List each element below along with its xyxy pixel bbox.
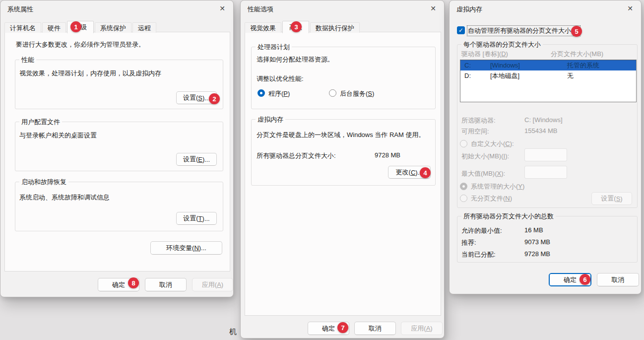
background-services-radio[interactable] <box>329 89 336 97</box>
initial-size-label: 初始大小(MB)(I): <box>461 152 509 161</box>
tab-visual-effects[interactable]: 视觉效果 <box>245 22 281 33</box>
processor-scheduling-group: 处理器计划 选择如何分配处理器资源。 调整以优化性能: 程序(P) 后台服务(S… <box>251 47 436 109</box>
recommended-label: 推荐: <box>461 238 476 247</box>
performance-description: 视觉效果，处理器计划，内存使用，以及虚拟内存 <box>19 69 161 78</box>
per-drive-group: 每个驱动器的分页文件大小 驱动器 [卷标](D) 分页文件大小(MB) C: [… <box>457 44 638 208</box>
currently-allocated-label: 当前已分配: <box>461 250 496 259</box>
selected-drive-label: 所选驱动器: <box>461 116 496 125</box>
custom-size-radio-label: 自定义大小(C): <box>471 139 514 148</box>
no-paging-file-radio-label: 无分页文件(N) <box>471 194 512 203</box>
drive-list: C: [Windows] 托管的系统 D: [本地磁盘] 无 <box>460 60 637 102</box>
startup-recovery-group-legend: 启动和故障恢复 <box>19 178 68 187</box>
admin-note: 要进行大多数更改，你必须作为管理员登录。 <box>16 40 145 49</box>
environment-variables-button[interactable]: 环境变量(N)... <box>150 241 222 255</box>
step-badge-1: 1 <box>70 21 81 32</box>
virtual-memory-group: 虚拟内存 分页文件是硬盘上的一块区域，Windows 当作 RAM 使用。 所有… <box>251 119 436 186</box>
apply-button: 应用(A) <box>401 322 443 335</box>
totals-group: 所有驱动器分页文件大小的总数 允许的最小值: 16 MB 推荐: 9073 MB… <box>457 216 638 263</box>
system-managed-radio <box>460 183 467 190</box>
drive-list-row-c[interactable]: C: [Windows] 托管的系统 <box>460 60 636 70</box>
tab-strip: 视觉效果 高级 数据执行保护 <box>245 21 360 33</box>
drive-letter: C: <box>464 60 471 70</box>
tab-remote[interactable]: 远程 <box>132 22 156 33</box>
no-paging-file-radio <box>460 195 467 202</box>
virtual-memory-dialog: 虚拟内存 ✕ ✓ 自动管理所有驱动器的分页文件大小(A) 5 每个驱动器的分页文… <box>449 0 642 294</box>
initial-size-input <box>524 148 567 161</box>
dialog-title: 性能选项 <box>248 5 273 14</box>
step-badge-8: 8 <box>128 277 139 288</box>
custom-size-radio <box>460 140 467 147</box>
advanced-tab-page: 要进行大多数更改，你必须作为管理员登录。 性能 视觉效果，处理器计划，内存使用，… <box>4 32 230 272</box>
drive-paging-size: 托管的系统 <box>567 60 599 70</box>
totals-group-legend: 所有驱动器分页文件大小的总数 <box>461 212 556 221</box>
apply-button: 应用(A) <box>192 278 233 291</box>
tab-hardware[interactable]: 硬件 <box>42 22 66 33</box>
selected-drive-value: C: [Windows] <box>524 116 563 124</box>
background-services-radio-label[interactable]: 后台服务(S) <box>340 89 374 98</box>
cancel-button[interactable]: 取消 <box>145 278 187 291</box>
max-size-input <box>524 166 567 179</box>
performance-group: 性能 视觉效果，处理器计划，内存使用，以及虚拟内存 设置(S)... <box>15 60 223 109</box>
programs-radio-label[interactable]: 程序(P) <box>268 89 290 98</box>
drive-volume: [本地磁盘] <box>490 70 519 81</box>
performance-group-legend: 性能 <box>19 56 36 65</box>
user-profiles-group-legend: 用户配置文件 <box>19 118 62 127</box>
step-badge-5: 5 <box>571 26 582 37</box>
total-paging-label: 所有驱动器总分页文件大小: <box>257 151 336 160</box>
close-icon[interactable]: ✕ <box>218 4 227 13</box>
step-badge-3: 3 <box>291 21 302 32</box>
advanced-tab-page: 处理器计划 选择如何分配处理器资源。 调整以优化性能: 程序(P) 后台服务(S… <box>245 32 441 316</box>
per-drive-group-legend: 每个驱动器的分页文件大小 <box>461 40 543 49</box>
performance-options-dialog: 性能选项 ✕ 视觉效果 高级 数据执行保护 3 处理器计划 选择如何分配处理器资… <box>240 0 445 339</box>
total-paging-value: 9728 MB <box>375 151 400 159</box>
column-header-size: 分页文件大小(MB) <box>551 50 603 59</box>
drive-volume: [Windows] <box>490 60 520 70</box>
step-badge-7: 7 <box>337 322 348 333</box>
startup-recovery-description: 系统启动、系统故障和调试信息 <box>19 193 110 202</box>
max-size-label: 最大值(MB)(X): <box>461 169 505 178</box>
virtual-memory-description: 分页文件是硬盘上的一块区域，Windows 当作 RAM 使用。 <box>257 131 425 139</box>
currently-allocated-value: 9728 MB <box>524 250 550 258</box>
recommended-value: 9073 MB <box>524 238 550 246</box>
check-icon: ✓ <box>458 27 463 34</box>
startup-recovery-group: 启动和故障恢复 系统启动、系统故障和调试信息 设置(T)... <box>15 182 223 231</box>
tab-dep[interactable]: 数据执行保护 <box>310 22 360 33</box>
processor-scheduling-legend: 处理器计划 <box>256 43 292 52</box>
adjust-performance-label: 调整以优化性能: <box>257 74 304 83</box>
processor-scheduling-description: 选择如何分配处理器资源。 <box>257 55 334 64</box>
dialog-title: 虚拟内存 <box>456 5 482 14</box>
system-properties-dialog: 系统属性 ✕ 计算机名 硬件 高级 系统保护 远程 1 要进行大多数更改，你必须… <box>0 0 234 297</box>
set-button: 设置(S) <box>591 192 632 205</box>
step-badge-6: 6 <box>580 274 590 285</box>
step-badge-4: 4 <box>420 167 431 178</box>
system-managed-radio-label: 系统管理的大小(Y) <box>471 182 524 191</box>
cancel-button[interactable]: 取消 <box>354 322 396 335</box>
close-icon[interactable]: ✕ <box>626 4 635 13</box>
auto-manage-checkbox-label[interactable]: 自动管理所有驱动器的分页文件大小(A) <box>468 26 580 35</box>
user-profiles-settings-button[interactable]: 设置(E)... <box>176 153 217 166</box>
minimum-allowed-label: 允许的最小值: <box>461 226 502 235</box>
drive-letter: D: <box>464 70 471 81</box>
close-icon[interactable]: ✕ <box>429 4 438 13</box>
auto-manage-checkbox[interactable]: ✓ <box>457 26 465 34</box>
programs-radio[interactable] <box>258 89 265 97</box>
dialog-title: 系统属性 <box>7 5 33 14</box>
minimum-allowed-value: 16 MB <box>524 226 543 234</box>
step-badge-2: 2 <box>209 93 220 104</box>
drive-paging-size: 无 <box>567 70 574 81</box>
free-space-value: 155434 MB <box>524 127 558 135</box>
startup-recovery-settings-button[interactable]: 设置(T)... <box>176 212 217 225</box>
desktop-background-text: 机 <box>229 327 237 337</box>
user-profiles-group: 用户配置文件 与登录帐户相关的桌面设置 设置(E)... <box>15 122 223 171</box>
desktop: 机 系统属性 ✕ 计算机名 硬件 高级 系统保护 远程 1 要进行大多数更改，你… <box>0 0 644 340</box>
tab-computer-name[interactable]: 计算机名 <box>4 22 41 33</box>
user-profiles-description: 与登录帐户相关的桌面设置 <box>19 131 97 140</box>
tab-system-protection[interactable]: 系统保护 <box>95 22 131 33</box>
cancel-button[interactable]: 取消 <box>597 273 639 286</box>
virtual-memory-legend: 虚拟内存 <box>256 115 285 124</box>
drive-list-row-d[interactable]: D: [本地磁盘] 无 <box>460 70 636 81</box>
free-space-label: 可用空间: <box>461 127 489 136</box>
column-header-drive: 驱动器 [卷标](D) <box>461 50 508 59</box>
